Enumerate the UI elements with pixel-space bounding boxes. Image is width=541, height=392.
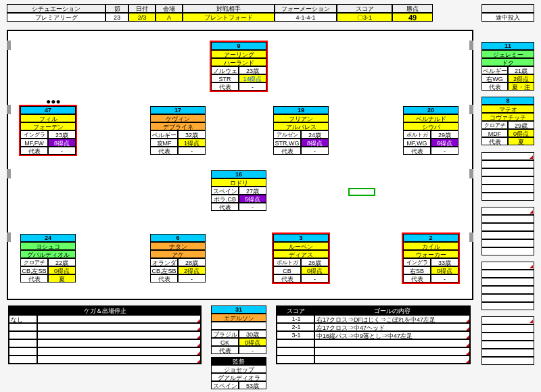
- player-age: 33歳: [431, 258, 458, 266]
- goals-header-score: スコア: [277, 306, 314, 315]
- player-age: 30歳: [239, 330, 266, 338]
- player-rep: 代表: [273, 147, 301, 155]
- hval-points: 49: [392, 13, 433, 22]
- player-number: 16: [211, 170, 266, 178]
- pitch-marker: [7, 232, 11, 242]
- sub-card-8[interactable]: 8 マテオ コヴァチッチ クロアチア29歳 MDF0得点 代表夏: [481, 97, 534, 145]
- player-rep: 代表: [211, 82, 239, 91]
- player-age: 27歳: [239, 187, 266, 195]
- player-repv: 夏・注: [508, 82, 534, 91]
- player-goals: 0得点: [508, 129, 534, 137]
- side-blank-4: [481, 316, 534, 365]
- player-number: 8: [481, 97, 534, 105]
- player-name2: アルバレス: [273, 122, 329, 130]
- pitch-marker: [7, 169, 11, 178]
- player-pos: CB,左SB: [150, 266, 178, 274]
- player-repv: -: [301, 147, 329, 155]
- player-rep: 代表: [481, 82, 508, 91]
- player-rep: 代表: [211, 203, 239, 211]
- player-pos: CB: [273, 266, 301, 274]
- player-card-17[interactable]: 17 ケヴィン デブライネ ベルギー32歳 攻MF1得点 代表-: [150, 106, 206, 155]
- player-nat: ベルギー: [481, 66, 508, 74]
- player-goals: 8得点: [301, 139, 329, 147]
- injury-cell: なし: [9, 315, 37, 323]
- player-pos: GK: [211, 338, 239, 346]
- player-card-19[interactable]: 19 フリアン アルバレス アルゼンチン24歳 STR,WG8得点 代表-: [273, 106, 329, 155]
- player-pos: 右SB: [403, 266, 431, 274]
- goals-header-desc: ゴールの内容: [314, 306, 470, 315]
- manager-box: 監督 ジョセップ グアルディオラ スペイン 53歳: [211, 357, 266, 389]
- player-card-6[interactable]: 6 ナタン アケ オランダ28歳 CB,左SB2得点 代表-: [150, 234, 206, 283]
- manager-nat: スペイン: [211, 381, 239, 389]
- hlabel-venue: 会場: [156, 4, 183, 13]
- goal-desc: 右17クロス⇒DFはじく⇒こぼれを中47左足: [314, 315, 470, 323]
- header-row-labels: シチュエーション 節 日付 会場 対戦相手 フォーメーション スコア 勝点: [7, 4, 433, 13]
- player-number: 3: [273, 234, 329, 242]
- player-repv: -: [48, 147, 76, 155]
- hval-sec: 23: [105, 13, 128, 22]
- player-pos: STR,WG: [273, 139, 301, 147]
- player-card-47[interactable]: 47 フィル フォーデン イングランド23歳 MF,FW8得点 代表-: [20, 106, 76, 155]
- manager-name2: グアルディオラ: [211, 373, 266, 381]
- player-rep: 代表: [20, 274, 48, 283]
- player-name1: ナタン: [150, 242, 206, 250]
- player-repv: 夏: [48, 274, 76, 283]
- player-card-31[interactable]: 31 エデルソン ブラジル30歳 GK0得点 代表-: [211, 305, 266, 354]
- player-goals: 8得点: [48, 139, 76, 147]
- goal-dots: ●●●: [46, 97, 61, 106]
- hlabel-situation: シチュエーション: [7, 4, 105, 13]
- goal-desc: 中16縦パス⇒中9落とし⇒中47左足: [314, 331, 470, 339]
- hlabel-sec: 節: [105, 4, 128, 13]
- player-number: 11: [481, 42, 534, 50]
- player-goals: 2得点: [178, 266, 206, 274]
- player-name1: ヨシュコ: [20, 242, 76, 250]
- player-rep: 代表: [403, 274, 431, 283]
- player-card-9[interactable]: 9 アーリング ハーランド ノルウェー23歳 STR14得点 代表-: [211, 42, 266, 91]
- player-nat: ポルトガル: [403, 130, 431, 139]
- player-goals: 2得点: [508, 74, 534, 82]
- hlabel-score: スコア: [337, 4, 392, 13]
- player-age: 28歳: [178, 258, 206, 266]
- player-pos: STR: [211, 74, 239, 82]
- player-name2: シウバ: [403, 122, 458, 130]
- player-goals: 0得点: [301, 266, 329, 274]
- selection-cursor[interactable]: [348, 188, 375, 196]
- player-nat: アルゼンチン: [273, 130, 301, 139]
- player-card-2[interactable]: 2 カイル ウォーカー イングランド33歳 右SB0得点 代表-: [403, 234, 458, 283]
- player-age: 23歳: [239, 66, 266, 74]
- player-card-16[interactable]: 16 ロドリ スペイン27歳 ボラ,CB5得点 代表-: [211, 170, 266, 211]
- player-repv: -: [239, 346, 266, 354]
- side-blank-3: [481, 262, 534, 310]
- player-number: 17: [150, 106, 206, 114]
- player-age: 32歳: [178, 130, 206, 139]
- player-rep: 代表: [20, 147, 48, 155]
- hlabel-opponent: 対戦相手: [183, 4, 275, 13]
- player-pos: ボラ,CB: [211, 195, 239, 203]
- player-name1: ベルナルド: [403, 114, 458, 122]
- player-name1: ケヴィン: [150, 114, 206, 122]
- player-nat: イングランド: [403, 258, 431, 266]
- player-name1: ジェレミー: [481, 50, 534, 58]
- player-rep: 代表: [403, 147, 431, 155]
- player-name2: ウォーカー: [403, 250, 458, 258]
- hval-formation: 4-1-4-1: [275, 13, 337, 22]
- player-number: 9: [211, 42, 266, 50]
- sub-card-11[interactable]: 11 ジェレミー ドク ベルギー21歳 右WG2得点 代表夏・注: [481, 42, 534, 91]
- hlabel-date: 日付: [128, 4, 156, 13]
- player-card-3[interactable]: 3 ルーベン ディアス ポルトガル26歳 CB0得点 代表-: [273, 234, 329, 283]
- player-name2: グバルディオル: [20, 250, 76, 258]
- player-rep: 代表: [150, 274, 178, 283]
- player-card-20[interactable]: 20 ベルナルド シウバ ポルトガル29歳 MF,WG6得点 代表-: [403, 106, 458, 155]
- player-nat: イングランド: [20, 130, 48, 139]
- pitch-marker: [469, 232, 473, 242]
- player-repv: 夏: [508, 137, 534, 145]
- player-number: 47: [20, 106, 76, 114]
- pitch-marker: [469, 169, 473, 178]
- hval-venue: A: [156, 13, 183, 22]
- player-repv: -: [178, 147, 206, 155]
- player-name2: ディアス: [273, 250, 329, 258]
- player-name2: コヴァチッチ: [481, 113, 534, 121]
- player-pos: MF,WG: [403, 139, 431, 147]
- hval-score: 〇3-1: [337, 13, 392, 22]
- player-card-24[interactable]: 24 ヨシュコ グバルディオル クロアチア22歳 CB,左SB0得点 代表夏: [20, 234, 76, 283]
